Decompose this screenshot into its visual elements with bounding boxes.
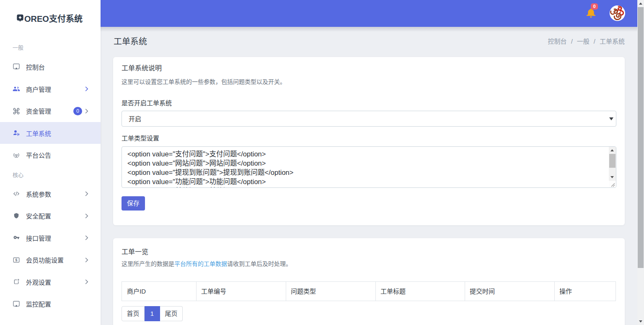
svg-text:$: $ bbox=[16, 258, 18, 262]
